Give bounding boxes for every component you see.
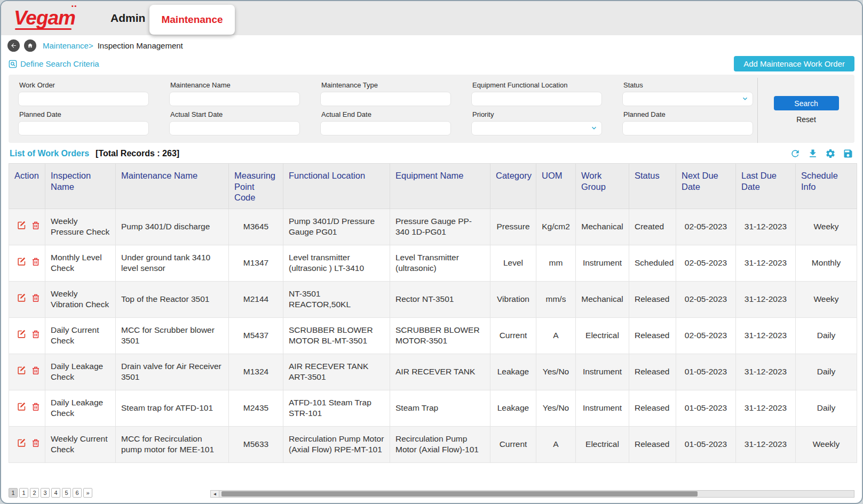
add-maintenance-work-order-button[interactable]: Add Maintenace Work Order: [734, 56, 854, 71]
chevron-down-icon: [590, 124, 598, 134]
page-button[interactable]: 4: [51, 488, 60, 498]
search-fields-row-1: Work OrderMaintenance NameMaintenance Ty…: [13, 77, 854, 106]
save-icon[interactable]: [843, 148, 853, 159]
list-title: List of Work Orders: [10, 149, 89, 158]
table-cell: Steam trap for ATFD-101: [116, 390, 229, 426]
current-page-indicator[interactable]: 1: [9, 488, 18, 498]
home-button[interactable]: [24, 39, 36, 52]
breadcrumb-page: Inspection Management: [98, 41, 183, 50]
table-cell: Vibration: [490, 281, 536, 317]
define-search-title[interactable]: Define Search Criteria: [20, 59, 99, 68]
refresh-icon[interactable]: [790, 148, 801, 159]
delete-icon[interactable]: [31, 220, 41, 233]
table-cell: NT-3501 REACTOR,50KL: [283, 281, 390, 317]
download-icon[interactable]: [807, 148, 818, 159]
page-button[interactable]: 6: [73, 488, 82, 498]
app-window: Vegam ¨ Admin Maintenance Maintenance> I…: [0, 0, 863, 504]
delete-icon[interactable]: [31, 402, 41, 414]
search-button[interactable]: Search: [774, 96, 839, 110]
edit-icon[interactable]: [17, 220, 27, 233]
table-cell: ATFD-101 Steam Trap STR-101: [283, 390, 390, 426]
table-cell: M5437: [229, 317, 283, 354]
table-row: Weekly Pressure CheckPump 3401/D dischar…: [9, 209, 857, 245]
status-select[interactable]: [622, 92, 753, 106]
actual-start-date-label: Actual Start Date: [170, 110, 310, 118]
scroll-left-arrow[interactable]: ◄: [211, 491, 219, 497]
breadcrumb-section[interactable]: Maintenance>: [43, 41, 93, 50]
table-row: Weekly Vibration CheckTop of the Reactor…: [9, 281, 857, 317]
column-header: Category: [490, 164, 536, 209]
table-cell: Scheduled: [629, 245, 676, 281]
delete-icon[interactable]: [31, 365, 41, 378]
maintenance-type-input[interactable]: [320, 92, 451, 106]
planned-date-input[interactable]: [18, 121, 149, 135]
work-orders-tbody: Weekly Pressure CheckPump 3401/D dischar…: [9, 209, 857, 462]
planned-date-label: Planned Date: [623, 110, 763, 118]
back-button[interactable]: [7, 39, 20, 52]
table-cell: mm: [536, 245, 576, 281]
table-row: Daily Leakage CheckDrain valve for Air R…: [9, 354, 857, 390]
table-cell: Leakage: [490, 354, 536, 390]
edit-icon[interactable]: [17, 365, 27, 378]
tab-maintenance[interactable]: Maintenance: [149, 5, 235, 35]
edit-icon[interactable]: [17, 402, 27, 414]
page-button[interactable]: 2: [30, 488, 39, 498]
delete-icon[interactable]: [31, 293, 41, 306]
work-order-input[interactable]: [18, 92, 149, 106]
table-cell: Released: [629, 390, 676, 426]
table-cell: Mechanical: [576, 209, 629, 245]
page-button[interactable]: 1: [19, 488, 28, 498]
table-cell: Instrument: [576, 354, 629, 390]
table-cell: Current: [490, 317, 536, 354]
delete-icon[interactable]: [31, 257, 41, 269]
table-row: Monthly Level CheckUnder ground tank 341…: [9, 245, 857, 281]
table-cell: M2144: [229, 281, 283, 317]
table-cell: Electrical: [576, 317, 629, 354]
column-header: UOM: [536, 164, 576, 209]
brand-logo-underline: [15, 28, 72, 30]
table-cell: Released: [629, 354, 676, 390]
table-cell: M3645: [229, 209, 283, 245]
next-pages-button[interactable]: »: [83, 488, 92, 498]
table-cell: Level Transmitter (ultrasonic): [390, 245, 490, 281]
actual-end-date-input[interactable]: [320, 121, 451, 135]
edit-icon[interactable]: [17, 438, 27, 451]
delete-icon[interactable]: [31, 438, 41, 451]
edit-icon[interactable]: [17, 329, 27, 342]
table-cell: Pressure: [490, 209, 536, 245]
table-cell: 02-05-2023: [676, 281, 736, 317]
maintenance-type-label: Maintenance Type: [321, 81, 461, 89]
nav-admin[interactable]: Admin: [110, 12, 145, 25]
edit-icon[interactable]: [17, 293, 27, 306]
table-cell: Electrical: [576, 426, 629, 462]
actual-start-date-input[interactable]: [169, 121, 300, 135]
page-button[interactable]: 5: [62, 488, 71, 498]
delete-icon[interactable]: [31, 329, 41, 342]
equipment-functional-location-input[interactable]: [471, 92, 602, 106]
action-cell: [9, 317, 45, 354]
column-header: Equipment Name: [390, 164, 490, 209]
page-button[interactable]: 3: [41, 488, 50, 498]
table-cell: 01-05-2023: [676, 390, 736, 426]
table-cell: A: [536, 426, 576, 462]
table-cell: Released: [629, 317, 676, 354]
column-header: Last Due Date: [736, 164, 796, 209]
settings-icon[interactable]: [825, 148, 836, 159]
priority-select[interactable]: [471, 121, 602, 135]
scrollbar-thumb[interactable]: [221, 491, 698, 497]
brand-logo-dots: ¨: [72, 3, 76, 17]
reset-button[interactable]: Reset: [796, 115, 816, 124]
total-records: [Total Records : 263]: [96, 149, 179, 158]
table-cell: Weekly Pressure Check: [45, 209, 116, 245]
edit-icon[interactable]: [17, 257, 27, 269]
table-cell: Pump 3401/D Pressure Gauge PG01: [283, 209, 390, 245]
brand-logo: Vegam ¨: [14, 7, 75, 29]
planned-date-input[interactable]: [622, 121, 753, 135]
horizontal-scrollbar[interactable]: ◄: [210, 490, 854, 498]
search-criteria-icon: [9, 60, 17, 68]
table-header-row: ActionInspection NameMaintenance NameMea…: [9, 164, 857, 209]
table-cell: Daily: [796, 317, 857, 354]
table-cell: Kg/cm2: [536, 209, 576, 245]
action-cell: [9, 390, 45, 426]
maintenance-name-input[interactable]: [169, 92, 300, 106]
